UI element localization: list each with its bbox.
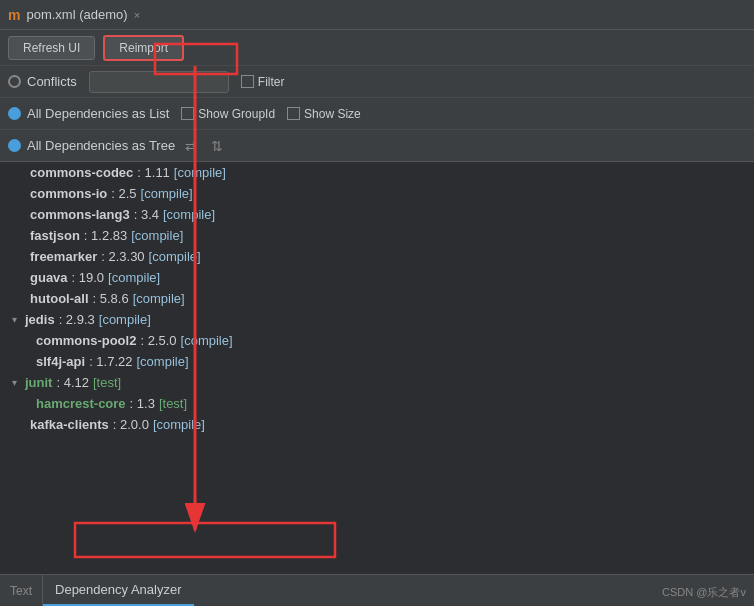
all-dep-list-label: All Dependencies as List (27, 106, 169, 121)
dep-scope: [compile] (131, 228, 183, 243)
conflicts-radio[interactable] (8, 75, 21, 88)
dep-version: : 1.3 (130, 396, 155, 411)
list-item[interactable]: hamcrest-core : 1.3 [test] (0, 393, 754, 414)
conflicts-option[interactable]: Conflicts (8, 74, 77, 89)
dep-version: : 2.5 (111, 186, 136, 201)
dep-scope: [compile] (174, 165, 226, 180)
toggle-icon[interactable]: ▾ (12, 377, 17, 388)
bottom-bar: Text Dependency Analyzer (0, 574, 754, 606)
dep-version: : 3.4 (134, 207, 159, 222)
dep-name: commons-io (30, 186, 107, 201)
options-row-2: All Dependencies as List Show GroupId Sh… (0, 98, 754, 130)
refresh-ui-button[interactable]: Refresh UI (8, 36, 95, 60)
dep-scope: [compile] (163, 207, 215, 222)
dep-version: : 19.0 (72, 270, 105, 285)
options-row-1: Conflicts 🔍 Filter (0, 66, 754, 98)
dep-scope: [compile] (137, 354, 189, 369)
dep-version: : 4.12 (56, 375, 89, 390)
dep-scope: [compile] (149, 249, 201, 264)
dependency-analyzer-tab[interactable]: Dependency Analyzer (43, 575, 193, 606)
dep-name: hutool-all (30, 291, 89, 306)
dep-version: : 5.8.6 (93, 291, 129, 306)
list-item[interactable]: ▾jedis : 2.9.3 [compile] (0, 309, 754, 330)
dep-name: commons-lang3 (30, 207, 130, 222)
list-item[interactable]: freemarker : 2.3.30 [compile] (0, 246, 754, 267)
all-dep-list-radio[interactable] (8, 107, 21, 120)
dep-name: guava (30, 270, 68, 285)
dep-name: fastjson (30, 228, 80, 243)
dep-scope: [compile] (153, 417, 205, 432)
dep-scope: [test] (93, 375, 121, 390)
dep-name: commons-pool2 (36, 333, 136, 348)
maven-icon: m (8, 7, 20, 23)
dependency-list: commons-codec : 1.11 [compile]commons-io… (0, 162, 754, 606)
show-size-label: Show Size (304, 107, 361, 121)
dep-name: slf4j-api (36, 354, 85, 369)
all-dep-list-option[interactable]: All Dependencies as List (8, 106, 169, 121)
text-tab[interactable]: Text (0, 575, 43, 606)
title-bar: m pom.xml (ademo) × (0, 0, 754, 30)
list-item[interactable]: commons-codec : 1.11 [compile] (0, 162, 754, 183)
list-item[interactable]: commons-pool2 : 2.5.0 [compile] (0, 330, 754, 351)
expand-all-icon[interactable]: ⇅ (207, 136, 227, 156)
dep-name: kafka-clients (30, 417, 109, 432)
dep-version: : 2.0.0 (113, 417, 149, 432)
all-dep-tree-label: All Dependencies as Tree (27, 138, 175, 153)
search-wrapper: 🔍 (89, 71, 229, 93)
list-item[interactable]: commons-io : 2.5 [compile] (0, 183, 754, 204)
main-content: Refresh UI Reimport Conflicts 🔍 Filter A… (0, 30, 754, 606)
dep-scope: [compile] (181, 333, 233, 348)
toolbar: Refresh UI Reimport (0, 30, 754, 66)
filter-label: Filter (258, 75, 285, 89)
list-item[interactable]: guava : 19.0 [compile] (0, 267, 754, 288)
show-size-checkbox[interactable] (287, 107, 300, 120)
dep-version: : 2.5.0 (140, 333, 176, 348)
dep-name: jedis (25, 312, 55, 327)
dep-scope: [compile] (108, 270, 160, 285)
list-item[interactable]: slf4j-api : 1.7.22 [compile] (0, 351, 754, 372)
watermark: CSDN @乐之者v (662, 585, 746, 600)
dep-scope: [test] (159, 396, 187, 411)
all-dep-tree-option[interactable]: All Dependencies as Tree (8, 138, 175, 153)
show-size-option[interactable]: Show Size (287, 107, 361, 121)
options-row-3: All Dependencies as Tree ⇄ ⇅ (0, 130, 754, 162)
dep-version: : 2.9.3 (59, 312, 95, 327)
show-group-id-checkbox[interactable] (181, 107, 194, 120)
dep-version: : 2.3.30 (101, 249, 144, 264)
list-item[interactable]: hutool-all : 5.8.6 [compile] (0, 288, 754, 309)
dep-name: freemarker (30, 249, 97, 264)
dep-scope: [compile] (141, 186, 193, 201)
collapse-all-icon[interactable]: ⇄ (181, 136, 201, 156)
dep-name: hamcrest-core (36, 396, 126, 411)
dep-version: : 1.2.83 (84, 228, 127, 243)
dep-name: commons-codec (30, 165, 133, 180)
list-item[interactable]: commons-lang3 : 3.4 [compile] (0, 204, 754, 225)
filter-option[interactable]: Filter (241, 75, 285, 89)
title-filename: pom.xml (26, 7, 75, 22)
list-item[interactable]: ▾junit : 4.12 [test] (0, 372, 754, 393)
dep-version: : 1.7.22 (89, 354, 132, 369)
all-dep-tree-radio[interactable] (8, 139, 21, 152)
conflicts-label: Conflicts (27, 74, 77, 89)
search-input[interactable] (89, 71, 229, 93)
dep-name: junit (25, 375, 52, 390)
list-item[interactable]: fastjson : 1.2.83 [compile] (0, 225, 754, 246)
dep-scope: [compile] (133, 291, 185, 306)
close-tab-button[interactable]: × (134, 9, 140, 21)
title-project: (ademo) (76, 7, 128, 22)
show-group-id-option[interactable]: Show GroupId (181, 107, 275, 121)
list-item[interactable]: kafka-clients : 2.0.0 [compile] (0, 414, 754, 435)
dep-scope: [compile] (99, 312, 151, 327)
dep-version: : 1.11 (137, 165, 170, 180)
toggle-icon[interactable]: ▾ (12, 314, 17, 325)
reimport-button[interactable]: Reimport (103, 35, 184, 61)
filter-checkbox[interactable] (241, 75, 254, 88)
show-group-id-label: Show GroupId (198, 107, 275, 121)
